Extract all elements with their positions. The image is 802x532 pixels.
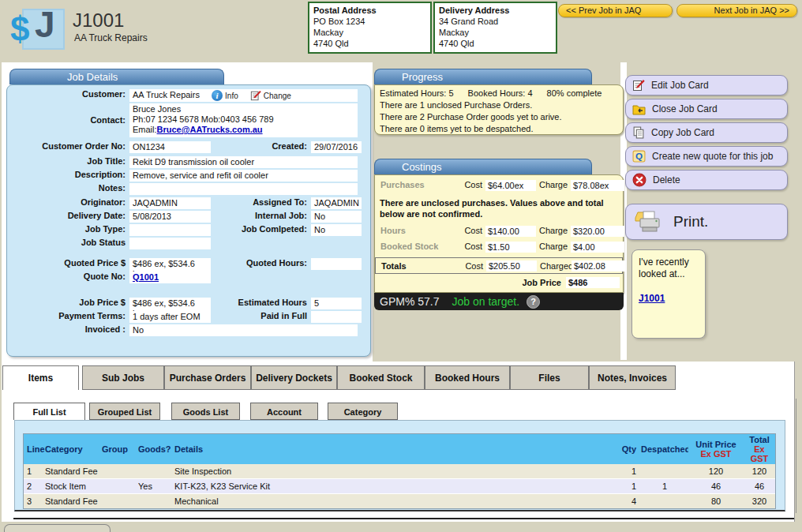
tab-files[interactable]: Files bbox=[510, 365, 589, 390]
edit-job-card-button[interactable]: Edit Job Card bbox=[625, 75, 788, 96]
tab-booked-hours[interactable]: Booked Hours bbox=[425, 365, 510, 390]
customer-change-button[interactable]: Change bbox=[250, 90, 291, 101]
stock-charge-value: $4.00 bbox=[571, 242, 624, 253]
paid-in-full-label: Paid in Full bbox=[211, 311, 311, 321]
header-unit-price-line1: Unit Price bbox=[695, 440, 736, 449]
subtab-full-list[interactable]: Full List bbox=[13, 403, 85, 420]
tab-items[interactable]: Items bbox=[2, 365, 79, 390]
tab-sub-jobs[interactable]: Sub Jobs bbox=[82, 365, 164, 390]
logo-dollar-glyph: $ bbox=[10, 11, 29, 47]
cell-unit-price: 46 bbox=[688, 479, 744, 493]
tab-notes-invoices[interactable]: Notes, Invoices bbox=[589, 365, 676, 390]
progress-summary-line: Estimated Hours: 5 Booked Hours: 4 80% c… bbox=[380, 88, 618, 99]
prev-job-button[interactable]: << Prev Job in JAQ bbox=[558, 4, 673, 17]
quoted-hours-value bbox=[311, 258, 362, 270]
field-row-job-title: Job Title: Rekit D9 transmission oil coo… bbox=[7, 156, 369, 168]
delete-x-icon bbox=[632, 173, 646, 187]
cost-label: Cost bbox=[457, 180, 482, 189]
subtab-goods-list[interactable]: Goods List bbox=[171, 403, 240, 420]
field-row-job-type: Job Type: Job Comlpeted: No bbox=[7, 224, 369, 236]
customer-info-button[interactable]: i Info bbox=[212, 90, 238, 101]
table-row[interactable]: 3 Standard Fee Mechanical 4 80 320 bbox=[24, 493, 775, 508]
cell-total: 46 bbox=[744, 479, 775, 493]
recent-job-link[interactable]: J1001 bbox=[639, 293, 665, 305]
tab-delivery-dockets[interactable]: Delivery Dockets bbox=[251, 365, 337, 390]
progress-percent-complete: 80% complete bbox=[547, 88, 602, 98]
cell-qty: 4 bbox=[602, 494, 641, 508]
close-job-card-button[interactable]: Close Job Card bbox=[625, 99, 788, 119]
copy-pages-icon bbox=[632, 126, 645, 139]
field-row-description: Description: Remove, service and refit o… bbox=[7, 170, 369, 182]
charged-label: Charged bbox=[540, 261, 568, 271]
cell-unit-price: 80 bbox=[688, 494, 744, 508]
totals-cost-value: $205.50 bbox=[486, 260, 537, 272]
job-price-total-value: $486 bbox=[566, 277, 620, 288]
tab-booked-stock[interactable]: Booked Stock bbox=[337, 365, 425, 390]
job-price-label: Job Price $ bbox=[7, 298, 129, 308]
page-title-company: AA Truck Repairs bbox=[74, 32, 148, 43]
cell-group bbox=[102, 494, 138, 508]
progress-panel-header: Progress bbox=[374, 69, 592, 84]
cell-total: 120 bbox=[744, 464, 775, 478]
copy-job-card-button[interactable]: Copy Job Card bbox=[625, 122, 788, 143]
progress-line: There are 1 unclosed Purchase Orders. bbox=[380, 99, 618, 111]
description-label: Description: bbox=[7, 170, 129, 180]
delete-label: Delete bbox=[653, 174, 680, 185]
job-status-label: Job Status bbox=[7, 238, 129, 248]
progress-line: There are 2 Purchase Order goods yet to … bbox=[380, 111, 618, 123]
estimated-hours-label: Estimated Hours bbox=[211, 298, 311, 308]
header-line: Line bbox=[24, 444, 45, 454]
charge-label: Charge bbox=[539, 242, 568, 251]
cell-details: Site Inspection bbox=[174, 464, 602, 478]
cell-qty: 1 bbox=[602, 464, 641, 478]
next-job-button[interactable]: Next Job in JAQ >> bbox=[676, 4, 797, 17]
items-table-header: Line Category Group Goods? Details Qty D… bbox=[24, 434, 775, 464]
bottom-divider-line bbox=[13, 518, 794, 519]
quote-q-icon: Q bbox=[632, 150, 646, 163]
subtab-category-summary[interactable]: Category Summary bbox=[328, 403, 398, 420]
print-label: Print. bbox=[673, 213, 708, 230]
costings-row-hours: Hours Cost $140.00 Charge $320.00 bbox=[375, 226, 623, 237]
field-row-payment-terms: Payment Terms: 1 days after EOM Paid in … bbox=[7, 311, 369, 323]
customer-name: AA Truck Repairs bbox=[133, 90, 200, 99]
header-total-line3: GST bbox=[751, 454, 769, 463]
costings-row-job-price: Job Price $486 bbox=[522, 277, 620, 288]
delivery-address-line: 4740 Qld bbox=[439, 39, 474, 48]
assigned-to-label: Assigned To: bbox=[211, 197, 311, 208]
subtab-account-summary[interactable]: Account Summary bbox=[250, 403, 318, 420]
quote-no-label: Quote No: bbox=[7, 272, 129, 282]
job-type-label: Job Type: bbox=[7, 224, 129, 234]
tab-purchase-orders[interactable]: Purchase Orders bbox=[164, 365, 251, 390]
close-job-card-label: Close Job Card bbox=[652, 103, 718, 114]
hours-cost-value: $140.00 bbox=[485, 226, 536, 237]
payment-terms-value: 1 days after EOM bbox=[129, 311, 211, 323]
quote-no-link[interactable]: Q1001 bbox=[133, 272, 159, 282]
purchases-charge-value: $78.08ex bbox=[571, 180, 624, 191]
cell-unit-price: 120 bbox=[688, 464, 744, 478]
purchases-label: Purchases bbox=[377, 180, 457, 189]
print-button[interactable]: Print. bbox=[625, 204, 788, 240]
contact-email-link[interactable]: Bruce@AATrucks.com.au bbox=[157, 125, 263, 134]
help-icon[interactable]: ? bbox=[527, 295, 540, 309]
create-quote-button[interactable]: Q Create new quote for this job bbox=[625, 146, 788, 167]
change-label: Change bbox=[264, 91, 291, 101]
table-row[interactable]: 1 Standard Fee Site Inspection 1 120 120 bbox=[24, 464, 775, 478]
subtab-grouped-list[interactable]: Grouped List bbox=[89, 403, 160, 420]
gpm-status-bar: GPM% 57.7 Job on target. ? bbox=[374, 293, 624, 310]
created-value: 29/07/2016 bbox=[311, 141, 362, 153]
purchases-cost-value: $64.00ex bbox=[485, 180, 536, 191]
delivery-address-line: Mackay bbox=[439, 28, 469, 37]
cell-line: 3 bbox=[24, 494, 45, 508]
cell-line: 2 bbox=[24, 479, 45, 493]
delete-button[interactable]: Delete bbox=[625, 170, 788, 190]
totals-label: Totals bbox=[377, 261, 458, 271]
contact-name: Bruce Jones bbox=[133, 104, 181, 114]
table-row[interactable]: 2 Stock Item Yes KIT-K23, K23 Service Ki… bbox=[24, 478, 775, 493]
field-row-contact: Contact: Bruce Jones Ph:07 1234 5678 Mob… bbox=[7, 103, 369, 137]
change-pencil-icon bbox=[250, 90, 261, 101]
delivery-address-title: Delivery Address bbox=[439, 5, 552, 16]
originator-label: Originator: bbox=[7, 197, 129, 208]
header-total-line2: Ex bbox=[754, 444, 764, 454]
quoted-price-label: Quoted Price $ bbox=[7, 258, 129, 268]
cell-details: KIT-K23, K23 Service Kit bbox=[174, 479, 602, 493]
